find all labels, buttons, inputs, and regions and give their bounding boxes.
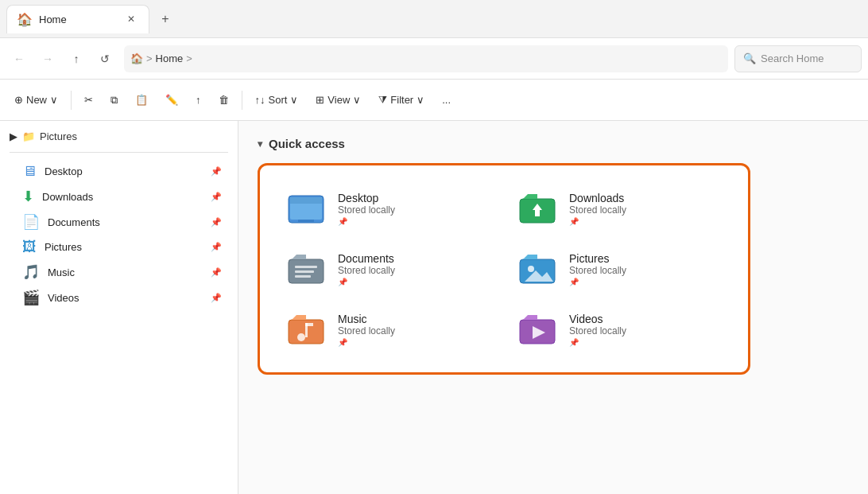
folder-item-pictures[interactable]: Pictures Stored locally 📌 xyxy=(504,239,735,299)
sidebar-music-label: Music xyxy=(48,266,75,278)
sidebar: ▶ 📁 Pictures 🖥 Desktop 📌 ⬇ Downloads 📌 📄… xyxy=(0,121,238,494)
home-tab-icon: 🏠 xyxy=(17,12,33,27)
svg-rect-9 xyxy=(295,275,311,278)
search-box[interactable]: 🔍 Search Home xyxy=(734,45,862,72)
pictures-folder-icon xyxy=(517,248,558,290)
desktop-folder-info: Desktop Stored locally 📌 xyxy=(338,192,395,226)
new-button[interactable]: ⊕ New ∨ xyxy=(6,87,66,114)
breadcrumb-home: Home xyxy=(156,53,184,64)
up-button[interactable]: ↑ xyxy=(64,46,89,72)
delete-icon: 🗑 xyxy=(219,94,229,106)
rename-button[interactable]: ✏️ xyxy=(157,87,186,114)
view-chevron: ∨ xyxy=(353,94,361,106)
sidebar-documents-label: Documents xyxy=(48,216,100,228)
more-button[interactable]: ... xyxy=(434,87,459,114)
paste-icon: 📋 xyxy=(135,94,148,106)
cut-button[interactable]: ✂ xyxy=(76,87,101,114)
breadcrumb[interactable]: 🏠 > Home > xyxy=(124,45,728,72)
downloads-pin-icon: 📌 xyxy=(211,192,222,202)
desktop-folder-sub: Stored locally xyxy=(338,204,395,216)
refresh-button[interactable]: ↺ xyxy=(92,46,118,72)
forward-button[interactable]: → xyxy=(35,46,60,72)
sidebar-group-pictures[interactable]: ▶ 📁 Pictures xyxy=(0,127,238,146)
filter-label: Filter xyxy=(390,94,413,106)
filter-button[interactable]: ⧩ Filter ∨ xyxy=(370,87,432,114)
new-tab-button[interactable]: + xyxy=(153,6,178,32)
sidebar-item-desktop[interactable]: 🖥 Desktop 📌 xyxy=(3,159,234,184)
music-folder-name: Music xyxy=(338,313,395,325)
videos-pin-icon: 📌 xyxy=(211,293,222,303)
view-icon: ⊞ xyxy=(316,94,324,106)
toolbar-sep-2 xyxy=(242,91,242,110)
desktop-folder-name: Desktop xyxy=(338,192,395,204)
folder-item-documents[interactable]: Documents Stored locally 📌 xyxy=(273,239,504,299)
svg-point-11 xyxy=(528,266,534,272)
music-pin-icon: 📌 xyxy=(211,267,222,278)
videos-folder-icon xyxy=(517,309,558,350)
svg-rect-7 xyxy=(295,266,317,268)
sidebar-downloads-label: Downloads xyxy=(42,191,93,203)
sidebar-videos-label: Videos xyxy=(48,292,79,304)
section-toggle[interactable]: ▾ xyxy=(258,138,262,150)
documents-folder-icon xyxy=(285,248,327,290)
music-sidebar-icon: 🎵 xyxy=(22,263,40,281)
filter-icon: ⧩ xyxy=(378,94,387,107)
paste-button[interactable]: 📋 xyxy=(127,87,156,114)
sort-chevron: ∨ xyxy=(290,94,298,106)
filter-chevron: ∨ xyxy=(417,94,424,106)
breadcrumb-sep-1: > xyxy=(146,53,153,64)
expand-icon: ▶ xyxy=(10,130,17,142)
music-folder-icon xyxy=(285,309,327,350)
sidebar-item-videos[interactable]: 🎬 Videos 📌 xyxy=(3,285,234,310)
documents-folder-pin: 📌 xyxy=(338,278,395,286)
sidebar-item-downloads[interactable]: ⬇ Downloads 📌 xyxy=(3,184,234,209)
address-bar: ← → ↑ ↺ 🏠 > Home > 🔍 Search Home xyxy=(0,38,868,80)
downloads-folder-sub: Stored locally xyxy=(569,204,626,216)
back-button[interactable]: ← xyxy=(6,46,32,72)
folder-item-music[interactable]: Music Stored locally 📌 xyxy=(273,299,504,360)
desktop-sidebar-icon: 🖥 xyxy=(22,163,37,180)
pictures-sidebar-icon: 🖼 xyxy=(22,239,37,255)
videos-folder-name: Videos xyxy=(569,313,626,325)
videos-folder-sub: Stored locally xyxy=(569,325,626,336)
documents-folder-name: Documents xyxy=(338,252,395,265)
documents-pin-icon: 📌 xyxy=(211,217,222,228)
toolbar: ⊕ New ∨ ✂ ⧉ 📋 ✏️ ↑ 🗑 ↑↓ Sort ∨ ⊞ View ∨ … xyxy=(0,80,868,121)
sidebar-item-music[interactable]: 🎵 Music 📌 xyxy=(3,259,234,285)
svg-rect-2 xyxy=(290,197,322,204)
copy-button[interactable]: ⧉ xyxy=(103,87,126,114)
tab-close-button[interactable]: ✕ xyxy=(123,11,139,27)
content-area: ▾ Quick access Desktop Stored locally xyxy=(238,121,868,494)
view-label: View xyxy=(327,94,350,106)
toolbar-sep-1 xyxy=(71,91,72,110)
share-button[interactable]: ↑ xyxy=(188,87,209,114)
delete-button[interactable]: 🗑 xyxy=(211,87,237,114)
sidebar-divider xyxy=(10,152,228,153)
downloads-folder-pin: 📌 xyxy=(569,217,626,226)
documents-folder-sub: Stored locally xyxy=(338,265,395,276)
view-button[interactable]: ⊞ View ∨ xyxy=(308,87,369,114)
svg-rect-8 xyxy=(295,270,314,273)
new-label: New xyxy=(26,94,47,106)
quick-access-title: Quick access xyxy=(269,137,345,150)
home-icon: 🏠 xyxy=(130,53,143,64)
desktop-pin-icon: 📌 xyxy=(211,166,222,177)
desktop-folder-icon xyxy=(285,188,327,229)
folder-item-videos[interactable]: Videos Stored locally 📌 xyxy=(504,299,735,360)
svg-point-14 xyxy=(297,333,305,341)
pictures-folder-sub: Stored locally xyxy=(569,265,626,276)
sort-icon: ↑↓ xyxy=(255,94,265,106)
videos-folder-info: Videos Stored locally 📌 xyxy=(569,313,626,347)
folder-item-downloads[interactable]: Downloads Stored locally 📌 xyxy=(504,178,735,239)
cut-icon: ✂ xyxy=(84,94,93,106)
new-chevron: ∨ xyxy=(50,94,58,106)
rename-icon: ✏️ xyxy=(165,94,178,106)
pictures-folder-name: Pictures xyxy=(569,252,626,265)
sort-button[interactable]: ↑↓ Sort ∨ xyxy=(247,87,307,114)
sidebar-item-pictures[interactable]: 🖼 Pictures 📌 xyxy=(3,235,234,259)
sidebar-item-documents[interactable]: 📄 Documents 📌 xyxy=(3,209,234,235)
search-icon: 🔍 xyxy=(743,53,756,64)
downloads-sidebar-icon: ⬇ xyxy=(22,188,34,205)
folder-item-desktop[interactable]: Desktop Stored locally 📌 xyxy=(273,178,504,239)
tab-home[interactable]: 🏠 Home ✕ xyxy=(6,5,149,33)
